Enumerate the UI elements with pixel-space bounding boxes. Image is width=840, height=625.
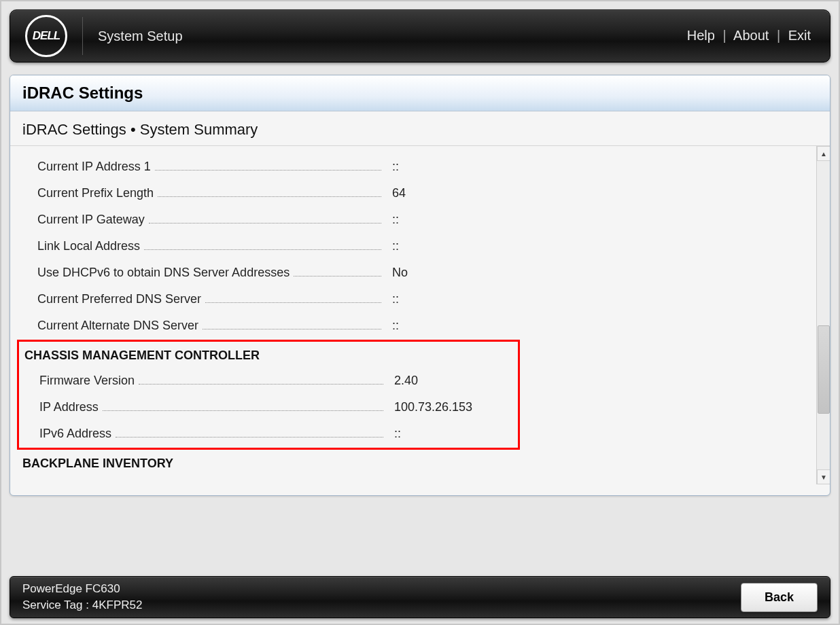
model-name: PowerEdge FC630 [22,581,142,597]
cmc-section-title: CHASSIS MANAGEMENT CONTROLLER [19,343,518,367]
setting-value: :: [385,292,812,306]
link-sep-icon: | [722,28,726,43]
setting-value: :: [385,319,812,333]
setting-label: Use DHCPv6 to obtain DNS Server Addresse… [37,266,290,280]
setting-value: 64 [385,186,812,200]
app-title: System Setup [98,29,183,44]
backplane-section-title: BACKPLANE INVENTORY [17,451,812,475]
leader-icon [294,264,381,276]
leader-icon [144,238,381,250]
setting-label: Current IP Gateway [37,213,145,227]
leader-icon [116,425,383,438]
footer-bar: PowerEdge FC630 Service Tag : 4KFPR52 Ba… [10,576,830,618]
setting-row: Current IP Gateway :: [17,206,812,232]
setting-label: Link Local Address [37,239,140,253]
setting-value: :: [387,427,518,441]
setting-row: IPv6 Address :: [19,420,518,446]
breadcrumb: iDRAC Settings • System Summary [10,111,830,146]
setting-value: 100.73.26.153 [387,400,518,414]
setting-label: Current IP Address 1 [37,160,151,174]
leader-icon [158,185,381,197]
help-link[interactable]: Help [687,28,715,43]
about-link[interactable]: About [733,28,769,43]
top-bar: DELL System Setup Help | About | Exit [10,10,830,62]
main-card: iDRAC Settings iDRAC Settings • System S… [10,75,830,496]
scroll-up-button[interactable]: ▲ [817,146,830,161]
scrollbar-thumb[interactable] [818,325,830,414]
setting-label: Firmware Version [39,374,135,388]
setting-row: Current Preferred DNS Server :: [17,285,812,312]
setting-row: Use DHCPv6 to obtain DNS Server Addresse… [17,259,812,285]
service-tag-label: Service Tag : [22,599,89,611]
setting-value: No [385,266,812,280]
setting-label: IPv6 Address [39,427,111,441]
setting-label: IP Address [39,400,99,414]
setting-label: Current Alternate DNS Server [37,319,198,333]
setting-row: Firmware Version 2.40 [19,367,518,393]
leader-icon [139,372,383,385]
service-tag-value: 4KFPR52 [92,599,143,611]
leader-icon [149,211,381,224]
setting-value: :: [385,160,812,174]
vertical-scrollbar[interactable]: ▲ ▼ [816,146,830,484]
dell-logo-icon: DELL [25,15,67,57]
brand-text: DELL [33,29,60,43]
leader-icon [103,399,383,411]
link-sep-icon: | [777,28,780,43]
exit-link[interactable]: Exit [788,28,811,43]
content-wrap: Current IP Address 1 :: Current Prefix L… [10,146,830,484]
leader-icon [155,158,381,171]
leader-icon [203,317,381,329]
top-links: Help | About | Exit [687,28,811,43]
setting-row: IP Address 100.73.26.153 [19,393,518,420]
back-button[interactable]: Back [741,583,818,612]
service-tag: Service Tag : 4KFPR52 [22,597,142,613]
setting-row: Current IP Address 1 :: [17,153,812,179]
page-title: iDRAC Settings [10,75,830,111]
setting-row: Link Local Address :: [17,232,812,259]
highlighted-section: CHASSIS MANAGEMENT CONTROLLER Firmware V… [17,340,520,450]
leader-icon [205,291,381,303]
footer-info: PowerEdge FC630 Service Tag : 4KFPR52 [22,581,142,613]
setting-value: 2.40 [387,374,518,388]
settings-list: Current IP Address 1 :: Current Prefix L… [10,146,816,484]
setting-value: :: [385,239,812,253]
setting-value: :: [385,213,812,227]
setting-label: Current Preferred DNS Server [37,292,201,306]
topbar-divider [82,17,83,55]
scroll-down-button[interactable]: ▼ [817,469,830,484]
app-root: DELL System Setup Help | About | Exit iD… [0,0,840,625]
setting-label: Current Prefix Length [37,186,154,200]
setting-row: Current Prefix Length 64 [17,179,812,206]
setting-row: Current Alternate DNS Server :: [17,312,812,338]
